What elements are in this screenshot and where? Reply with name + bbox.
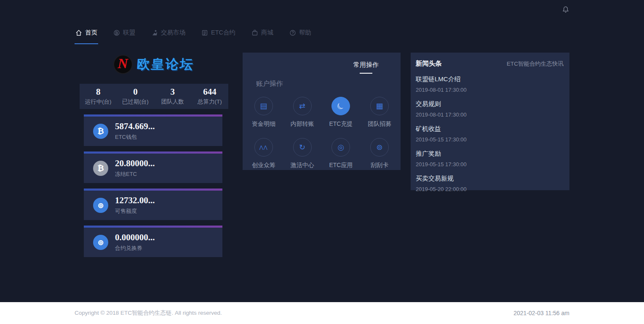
op-fund-detail[interactable]: ▤ 资金明细 — [244, 97, 283, 128]
nav-label: ETC合约 — [211, 29, 235, 37]
footer-datetime: 2021-02-03 11:56 am — [513, 310, 569, 316]
activate-icon: ↻ — [293, 138, 312, 157]
nav-item-mall[interactable]: 商城 — [251, 29, 274, 44]
news-item[interactable]: 交易规则 2019-08-01 17:30:00 — [416, 100, 564, 118]
team-recruit-icon: ▦ — [370, 97, 389, 115]
news-subtitle: ETC智能合约生态快讯 — [507, 60, 564, 68]
stats-bar: 8 运行中(台) 0 已过期(台) 3 团队人数 644 总算力(T) — [80, 84, 228, 109]
main-nav: 首页 联盟 交易市场 — [0, 19, 644, 44]
scratch-card-icon: ⊚ — [370, 138, 389, 157]
nav-label: 首页 — [85, 29, 97, 37]
news-column: 新闻头条 ETC智能合约生态快讯 联盟链LMC介绍 2019-08-01 17:… — [411, 44, 569, 190]
nav-item-help[interactable]: 帮助 — [289, 29, 312, 44]
news-item[interactable]: 矿机收益 2019-05-15 17:30:00 — [416, 125, 564, 143]
operations-grid: ▤ 资金明细 ⇄ 内部转账 ☾ ETC充提 ▦ — [243, 97, 401, 169]
news-item[interactable]: 联盟链LMC介绍 2019-08-01 17:30:00 — [416, 75, 564, 93]
notification-bell-icon[interactable] — [562, 6, 569, 13]
op-activate-center[interactable]: ↻ 激活中心 — [283, 138, 322, 169]
fund-detail-icon: ▤ — [254, 97, 273, 115]
nav-item-alliance[interactable]: 联盟 — [112, 29, 136, 44]
help-icon — [289, 29, 296, 36]
wallet-amount: 12732.00... — [115, 196, 155, 205]
nav-item-home[interactable]: 首页 — [75, 29, 98, 44]
footer: Copyright © 2018 ETC智能合约生态链. All rights … — [0, 302, 644, 324]
nav-label: 联盟 — [123, 29, 135, 37]
badge-icon — [113, 29, 120, 36]
news-item[interactable]: 推广奖励 2019-05-15 17:30:00 — [416, 150, 564, 167]
main-content: N 欧皇论坛 8 运行中(台) 0 已过期(台) 3 团队人数 — [0, 44, 644, 302]
wallet-label: ETC钱包 — [115, 133, 155, 141]
nav-label: 交易市场 — [161, 29, 185, 37]
operations-column: 常用操作 账户操作 ▤ 资金明细 ⇄ 内部转账 ☾ — [243, 44, 401, 170]
wallet-card-sellable[interactable]: ⊚ 12732.00... 可售额度 — [84, 189, 222, 220]
wallet-label: 可售额度 — [115, 207, 155, 215]
stat-expired: 0 已过期(台) — [117, 87, 154, 106]
wallet-card-voucher[interactable]: ⊚ 0.000000... 合约兑换券 — [84, 226, 222, 257]
wallet-label: 冻结ETC — [115, 170, 155, 178]
wallet-column: N 欧皇论坛 8 运行中(台) 0 已过期(台) 3 团队人数 — [75, 44, 232, 257]
crowdfund-icon: ⋀⋀ — [254, 138, 273, 157]
tab-common-operations[interactable]: 常用操作 — [353, 61, 379, 74]
stat-hashrate: 644 总算力(T) — [191, 87, 228, 106]
op-scratch-card[interactable]: ⊚ 刮刮卡 — [360, 138, 399, 169]
op-etc-app[interactable]: ◎ ETC应用 — [322, 138, 361, 169]
dashboard-page: 首页 联盟 交易市场 — [0, 0, 644, 324]
wallet-card-frozen[interactable]: ₿ 20.80000... 冻结ETC — [84, 151, 222, 183]
mall-icon — [251, 29, 258, 36]
etc-app-icon: ◎ — [331, 138, 350, 157]
account-operations-title: 账户操作 — [256, 80, 401, 88]
btc-icon: ₿ — [93, 161, 108, 176]
transfer-icon: ⇄ — [293, 97, 312, 115]
stat-running: 8 运行中(台) — [80, 87, 117, 106]
operations-panel: 常用操作 账户操作 ▤ 资金明细 ⇄ 内部转账 ☾ — [243, 53, 401, 170]
stat-team: 3 团队人数 — [154, 87, 191, 106]
wallet-amount: 5874.669... — [115, 122, 155, 131]
op-etc-deposit[interactable]: ☾ ETC充提 — [322, 97, 361, 128]
op-internal-transfer[interactable]: ⇄ 内部转账 — [283, 97, 322, 128]
nav-label: 帮助 — [299, 29, 311, 37]
nav-label: 商城 — [261, 29, 273, 37]
etc-coin-icon: ⊚ — [93, 198, 108, 213]
etc-deposit-icon: ☾ — [331, 97, 350, 115]
news-title: 新闻头条 — [416, 59, 442, 68]
etc-coin-icon: ⊚ — [93, 235, 108, 250]
btc-icon: ₿ — [93, 124, 108, 139]
nav-item-etc-contract[interactable]: ETC合约 — [200, 29, 236, 44]
news-panel: 新闻头条 ETC智能合约生态快讯 联盟链LMC介绍 2019-08-01 17:… — [411, 53, 569, 190]
news-item[interactable]: 买卖交易新规 2019-05-20 22:00:00 — [416, 175, 564, 192]
op-team-recruit[interactable]: ▦ 团队招募 — [360, 97, 399, 128]
wallet-label: 合约兑换券 — [115, 244, 155, 252]
site-logo: N 欧皇论坛 — [75, 49, 232, 80]
wallet-card-etc[interactable]: ₿ 5874.669... ETC钱包 — [84, 114, 222, 146]
logo-text: 欧皇论坛 — [136, 56, 195, 73]
trader-icon — [151, 29, 158, 36]
top-bar — [0, 0, 644, 19]
nav-item-market[interactable]: 交易市场 — [150, 29, 186, 44]
contract-icon — [201, 29, 208, 36]
home-icon — [75, 29, 82, 36]
copyright-text: Copyright © 2018 ETC智能合约生态链. All rights … — [75, 309, 222, 317]
wallet-amount: 0.000000... — [115, 233, 155, 242]
wallet-amount: 20.80000... — [115, 159, 155, 168]
op-crowdfund[interactable]: ⋀⋀ 创业众筹 — [244, 138, 283, 169]
logo-monogram-icon: N — [113, 55, 133, 74]
